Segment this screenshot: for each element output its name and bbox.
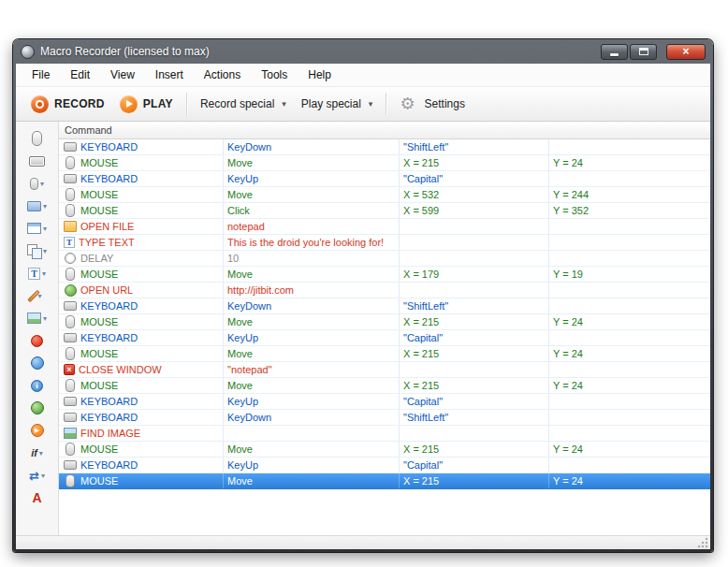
command-label: MOUSE <box>80 443 118 455</box>
mouse-icon <box>64 268 77 281</box>
menu-actions[interactable]: Actions <box>194 65 251 84</box>
chevron-down-icon[interactable]: ▾ <box>41 472 45 480</box>
command-label: KEYBOARD <box>80 300 138 312</box>
sidebar-item-letter-a[interactable]: A <box>19 487 56 509</box>
table-row[interactable]: MOUSEMoveX = 215Y = 24 <box>59 378 710 394</box>
action-cell: KeyUp <box>224 330 400 345</box>
app-window: Macro Recorder (licensed to max) × FileE… <box>13 39 713 552</box>
chevron-down-icon[interactable]: ▾ <box>40 180 44 188</box>
table-row[interactable]: MOUSEMoveX = 215Y = 24 <box>59 473 710 489</box>
keyboard-icon <box>64 458 77 472</box>
table-row[interactable]: KEYBOARDKeyUp"Capital" <box>59 171 710 187</box>
sidebar-item-info[interactable]: i <box>19 374 56 397</box>
sidebar-item-copy[interactable]: ▾ <box>19 240 56 262</box>
table-row[interactable]: FIND IMAGE <box>59 426 710 442</box>
action-cell: KeyUp <box>224 171 400 186</box>
action-cell: KeyDown <box>224 139 400 154</box>
table-row[interactable]: OPEN FILEnotepad <box>59 219 710 235</box>
close-icon: × <box>682 45 689 58</box>
keyboard-icon <box>64 411 77 424</box>
sidebar-item-pen[interactable]: ▾ <box>19 284 56 307</box>
chevron-down-icon[interactable]: ▾ <box>43 202 47 211</box>
command-column-header: Command <box>65 124 112 136</box>
keyboard-icon <box>64 140 77 153</box>
window-title: Macro Recorder (licensed to max) <box>40 45 601 58</box>
sidebar-item-type-text[interactable]: T▾ <box>19 262 56 284</box>
mouse-icon <box>64 379 77 392</box>
value-cell <box>400 283 549 298</box>
sidebar-item-globe-blue[interactable] <box>19 352 56 374</box>
menu-edit[interactable]: Edit <box>60 65 100 84</box>
command-label: KEYBOARD <box>80 173 138 184</box>
toolbar-separator <box>186 93 187 115</box>
value2-cell: Y = 24 <box>549 346 710 361</box>
action-cell: "notepad" <box>224 362 400 377</box>
loop-icon: ⇄ <box>29 469 39 483</box>
sidebar-item-keyboard[interactable] <box>19 150 56 172</box>
table-row[interactable]: MOUSEMoveX = 215Y = 24 <box>59 442 710 458</box>
findimage-icon <box>64 427 77 440</box>
table-row[interactable]: OPEN URLhttp://jitbit.com <box>59 283 710 298</box>
value2-cell <box>549 235 710 250</box>
keyboard-icon <box>64 395 77 408</box>
chevron-down-icon[interactable]: ▾ <box>43 225 47 233</box>
menu-tools[interactable]: Tools <box>251 65 298 84</box>
value-cell: X = 215 <box>400 378 549 393</box>
image-icon <box>27 313 41 324</box>
table-row[interactable]: KEYBOARDKeyDown"ShiftLeft" <box>59 410 710 426</box>
sidebar-item-globe-green[interactable] <box>19 397 56 419</box>
settings-button[interactable]: ⚙ Settings <box>392 92 473 116</box>
sidebar-item-mouse[interactable] <box>19 127 56 150</box>
mouse-icon <box>64 204 77 217</box>
sidebar-item-folder[interactable]: ▾ <box>19 195 56 217</box>
delay-icon <box>64 252 77 265</box>
globe-blue-icon <box>31 356 44 370</box>
sidebar-item-loop[interactable]: ⇄▾ <box>19 464 56 487</box>
table-row[interactable]: MOUSEClickX = 599Y = 352 <box>59 203 710 219</box>
value-cell <box>400 426 549 441</box>
table-row[interactable]: MOUSEMoveX = 215Y = 24 <box>59 346 710 362</box>
table-row[interactable]: ×CLOSE WINDOW"notepad" <box>59 362 710 378</box>
play-special-button[interactable]: Play special ▾ <box>294 94 381 114</box>
table-row[interactable]: KEYBOARDKeyUp"Capital" <box>59 458 710 473</box>
menu-file[interactable]: File <box>22 65 60 84</box>
value-cell: "Capital" <box>400 330 549 345</box>
action-cell: KeyDown <box>224 298 400 313</box>
resize-grip-icon[interactable] <box>697 537 708 548</box>
table-row[interactable]: KEYBOARDKeyUp"Capital" <box>59 394 710 410</box>
table-row[interactable]: DELAY10 <box>59 251 710 267</box>
titlebar[interactable]: Macro Recorder (licensed to max) × <box>13 39 713 64</box>
command-label: KEYBOARD <box>80 141 138 153</box>
sidebar-item-if[interactable]: if▾ <box>19 442 56 464</box>
table-row[interactable]: MOUSEMoveX = 215Y = 24 <box>59 314 710 330</box>
table-row[interactable]: MOUSEMoveX = 215Y = 24 <box>59 155 710 171</box>
sidebar-item-play[interactable]: ▶ <box>19 419 56 442</box>
chevron-down-icon[interactable]: ▾ <box>43 314 47 323</box>
sidebar-item-image[interactable]: ▾ <box>19 307 56 329</box>
close-button[interactable]: × <box>666 44 706 60</box>
mouse-icon <box>64 156 77 169</box>
play-button[interactable]: PLAY <box>112 92 181 117</box>
sidebar-item-record-dot[interactable] <box>19 329 56 352</box>
menu-insert[interactable]: Insert <box>145 65 194 84</box>
record-button[interactable]: RECORD <box>23 92 112 117</box>
chevron-down-icon[interactable]: ▾ <box>39 449 43 458</box>
maximize-button[interactable] <box>630 44 657 60</box>
info-icon: i <box>31 380 43 392</box>
table-row[interactable]: MOUSEMoveX = 179Y = 19 <box>59 267 710 283</box>
typetext-icon: T <box>64 237 75 248</box>
menu-view[interactable]: View <box>100 65 145 84</box>
sidebar-item-mouse-small[interactable]: ▾ <box>19 172 56 195</box>
table-row[interactable]: KEYBOARDKeyDown"ShiftLeft" <box>59 298 710 314</box>
menu-help[interactable]: Help <box>298 65 342 84</box>
sidebar-item-window[interactable]: ▾ <box>19 217 56 240</box>
table-row[interactable]: KEYBOARDKeyUp"Capital" <box>59 330 710 346</box>
table-row[interactable]: MOUSEMoveX = 532Y = 244 <box>59 187 710 203</box>
table-row[interactable]: KEYBOARDKeyDown"ShiftLeft" <box>59 139 710 155</box>
record-special-button[interactable]: Record special ▾ <box>193 94 294 114</box>
minimize-button[interactable] <box>601 44 628 60</box>
table-row[interactable]: TTYPE TEXTThis is the droid you're looki… <box>59 235 710 251</box>
chevron-down-icon[interactable]: ▾ <box>42 269 46 278</box>
chevron-down-icon[interactable]: ▾ <box>43 247 47 255</box>
table-header[interactable]: Command <box>59 122 710 139</box>
